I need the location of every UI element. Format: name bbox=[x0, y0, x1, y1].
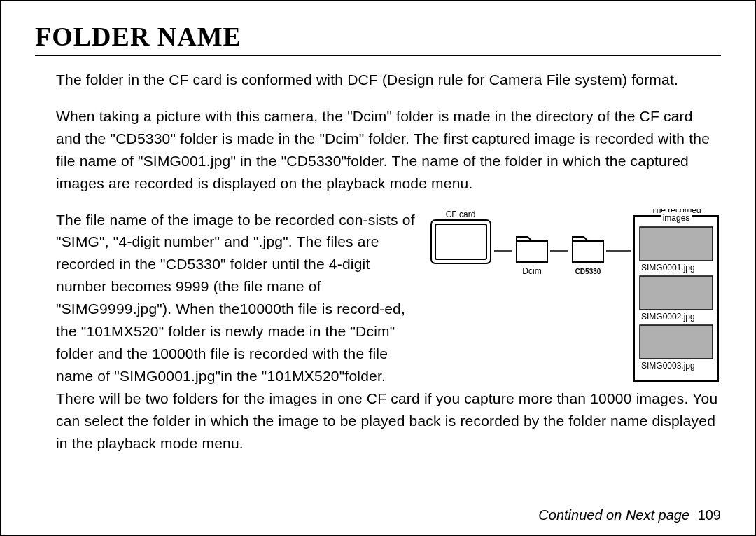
continued-label: Continued on Next page bbox=[538, 507, 690, 523]
file1-label: SIMG0001.jpg bbox=[641, 263, 695, 273]
cd5330-label: CD5330 bbox=[575, 268, 601, 275]
file3-label: SIMG0003.jpg bbox=[641, 361, 695, 371]
dcim-label: Dcim bbox=[522, 266, 541, 276]
folder-diagram: CF card Dcim CD5330 bbox=[430, 209, 721, 387]
page-frame: FOLDER NAME The folder in the CF card is… bbox=[0, 0, 756, 536]
file2-label: SIMG0002.jpg bbox=[641, 312, 695, 322]
recorded-subtitle: images bbox=[663, 213, 690, 223]
page-number: 109 bbox=[698, 507, 721, 523]
thumb-2 bbox=[640, 276, 713, 310]
cf-card-outer bbox=[431, 220, 491, 263]
page-footer: Continued on Next page 109 bbox=[538, 507, 721, 523]
diagram-svg: CF card Dcim CD5330 bbox=[430, 209, 721, 384]
figure-row: The file name of the image to be recorde… bbox=[35, 209, 721, 387]
cd5330-folder-icon bbox=[573, 237, 603, 262]
explanation-paragraph-1: When taking a picture with this camera, … bbox=[56, 105, 721, 195]
dcim-folder-icon bbox=[517, 237, 547, 262]
thumb-3 bbox=[640, 325, 713, 359]
cf-card-inner bbox=[435, 224, 486, 259]
cf-card-label: CF card bbox=[446, 209, 476, 219]
explanation-paragraph-3: There will be two folders for the images… bbox=[56, 387, 721, 455]
thumb-1 bbox=[640, 227, 713, 261]
heading-rule: FOLDER NAME bbox=[35, 21, 721, 56]
intro-paragraph: The folder in the CF card is conformed w… bbox=[56, 69, 721, 91]
explanation-paragraph-2: The file name of the image to be recorde… bbox=[56, 209, 417, 387]
page-title: FOLDER NAME bbox=[35, 21, 241, 52]
